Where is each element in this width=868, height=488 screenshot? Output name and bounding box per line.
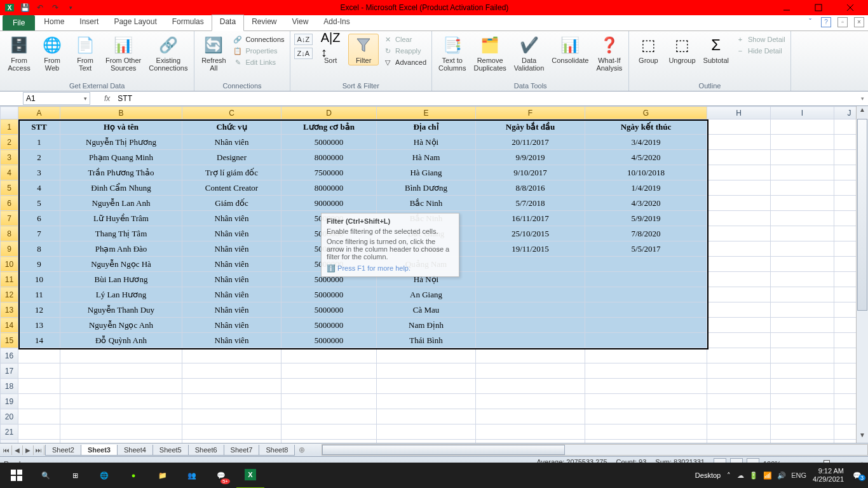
- col-header-E[interactable]: E: [377, 107, 476, 119]
- notifications-icon[interactable]: 💬3: [850, 471, 864, 480]
- cell-I8[interactable]: [771, 226, 834, 241]
- cell-E18[interactable]: [377, 379, 476, 394]
- cell-E2[interactable]: Hà Nội: [377, 135, 476, 150]
- row-header-10[interactable]: 10: [1, 257, 18, 272]
- cell-I15[interactable]: [771, 333, 834, 348]
- cell-C13[interactable]: Nhân viên: [182, 302, 281, 318]
- cell-G4[interactable]: 10/10/2018: [585, 165, 707, 180]
- col-header-D[interactable]: D: [281, 107, 377, 119]
- cell-I16[interactable]: [771, 348, 834, 363]
- sheet-tab-sheet5[interactable]: Sheet5: [153, 445, 189, 456]
- sheet-tab-sheet2[interactable]: Sheet2: [45, 445, 81, 456]
- cell-B1[interactable]: Họ và tên: [60, 119, 182, 135]
- cell-E19[interactable]: [377, 394, 476, 409]
- show-hidden-icon[interactable]: ˄: [727, 471, 731, 480]
- data-validation-button[interactable]: ✔️Data Validation: [512, 34, 547, 73]
- ungroup-button[interactable]: ⬚Ungroup: [666, 34, 698, 65]
- col-header-H[interactable]: H: [707, 107, 771, 119]
- cell-C10[interactable]: Nhân viên: [182, 257, 281, 272]
- cell-H19[interactable]: [707, 394, 771, 409]
- expand-formula-icon[interactable]: ▾: [861, 95, 864, 102]
- cell-G19[interactable]: [585, 394, 707, 409]
- group-button[interactable]: ⬚Group: [633, 34, 663, 65]
- cell-I7[interactable]: [771, 211, 834, 226]
- row-header-5[interactable]: 5: [1, 180, 18, 196]
- cell-D20[interactable]: [281, 409, 377, 424]
- tab-file[interactable]: File: [3, 15, 35, 30]
- cell-I21[interactable]: [771, 424, 834, 440]
- cell-I3[interactable]: [771, 150, 834, 165]
- cell-A18[interactable]: [18, 379, 60, 394]
- row-header-6[interactable]: 6: [1, 196, 18, 211]
- ribbon-minimize-icon[interactable]: ˇ: [806, 17, 815, 26]
- cell-A16[interactable]: [18, 348, 60, 363]
- row-header-13[interactable]: 13: [1, 302, 18, 318]
- cell-H7[interactable]: [707, 211, 771, 226]
- sheet-nav-first-icon[interactable]: ⏮: [1, 445, 12, 455]
- cell-A9[interactable]: 8: [18, 241, 60, 257]
- start-button[interactable]: [3, 463, 31, 488]
- cell-I11[interactable]: [771, 272, 834, 287]
- cell-H9[interactable]: [707, 241, 771, 257]
- cell-A19[interactable]: [18, 394, 60, 409]
- cell-G1[interactable]: Ngày kết thúc: [585, 119, 707, 135]
- cell-B8[interactable]: Thang Thị Tâm: [60, 226, 182, 241]
- search-icon[interactable]: 🔍: [32, 463, 60, 488]
- cell-H17[interactable]: [707, 363, 771, 379]
- vertical-scrollbar[interactable]: ▲ ▼: [856, 106, 868, 443]
- from-web-button[interactable]: 🌐From Web: [37, 34, 67, 73]
- cell-I13[interactable]: [771, 302, 834, 318]
- cell-G6[interactable]: 4/3/2020: [585, 196, 707, 211]
- cell-F9[interactable]: 19/11/2015: [476, 241, 585, 257]
- cell-F20[interactable]: [476, 409, 585, 424]
- cell-H21[interactable]: [707, 424, 771, 440]
- row-header-7[interactable]: 7: [1, 211, 18, 226]
- save-icon[interactable]: 💾: [18, 1, 32, 15]
- cell-C17[interactable]: [182, 363, 281, 379]
- app2-icon[interactable]: 💬5+: [207, 463, 235, 488]
- reapply-button[interactable]: ↻Reapply: [381, 45, 428, 57]
- cell-C19[interactable]: [182, 394, 281, 409]
- excel-taskbar-icon[interactable]: X: [236, 462, 264, 488]
- cell-F14[interactable]: [476, 318, 585, 333]
- cell-D12[interactable]: 5000000: [281, 287, 377, 302]
- taskbar-clock[interactable]: 9:12 AM 4/29/2021: [813, 467, 844, 484]
- cell-F16[interactable]: [476, 348, 585, 363]
- cell-E16[interactable]: [377, 348, 476, 363]
- volume-icon[interactable]: 🔊: [777, 471, 786, 480]
- cell-G16[interactable]: [585, 348, 707, 363]
- cell-G12[interactable]: [585, 287, 707, 302]
- show-detail-button[interactable]: +Show Detail: [734, 34, 787, 45]
- help-icon[interactable]: ?: [821, 17, 831, 27]
- cell-C2[interactable]: Nhân viên: [182, 135, 281, 150]
- cell-B18[interactable]: [60, 379, 182, 394]
- undo-icon[interactable]: ↶: [33, 1, 47, 15]
- cell-B13[interactable]: Nguyễn Thanh Duy: [60, 302, 182, 318]
- cell-A17[interactable]: [18, 363, 60, 379]
- sheet-tab-sheet3[interactable]: Sheet3: [81, 445, 118, 456]
- scroll-up-icon[interactable]: ▲: [857, 106, 868, 118]
- from-other-button[interactable]: 📊From Other Sources: [103, 34, 144, 73]
- cell-C4[interactable]: Trợ lí giám đốc: [182, 165, 281, 180]
- clear-button[interactable]: ✕Clear: [381, 34, 428, 45]
- cell-C12[interactable]: Nhân viên: [182, 287, 281, 302]
- cell-D4[interactable]: 7500000: [281, 165, 377, 180]
- from-access-button[interactable]: 🗄️From Access: [4, 34, 34, 73]
- cell-G11[interactable]: [585, 272, 707, 287]
- sort-button[interactable]: A|Z↕Sort: [315, 34, 346, 65]
- properties-button[interactable]: 📋Properties: [231, 45, 285, 57]
- cell-H10[interactable]: [707, 257, 771, 272]
- cell-A5[interactable]: 4: [18, 180, 60, 196]
- close-doc-icon[interactable]: ×: [854, 17, 864, 27]
- filter-button[interactable]: Filter: [348, 34, 379, 65]
- cell-C14[interactable]: Nhân viên: [182, 318, 281, 333]
- cell-F4[interactable]: 9/10/2017: [476, 165, 585, 180]
- col-header-F[interactable]: F: [476, 107, 585, 119]
- row-header-16[interactable]: 16: [1, 348, 18, 363]
- row-header-2[interactable]: 2: [1, 135, 18, 150]
- cell-I20[interactable]: [771, 409, 834, 424]
- cell-F17[interactable]: [476, 363, 585, 379]
- window-restore-icon[interactable]: ▫: [837, 17, 848, 27]
- cell-I10[interactable]: [771, 257, 834, 272]
- cell-C8[interactable]: Nhân viên: [182, 226, 281, 241]
